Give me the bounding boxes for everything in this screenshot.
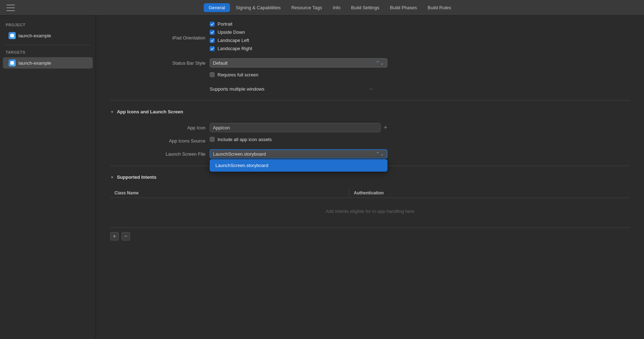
app-icon-plus-button[interactable]: + bbox=[383, 124, 387, 131]
launch-screen-label: Launch Screen File bbox=[110, 151, 210, 157]
app-icons-source-control: Include all app icon assets bbox=[210, 137, 387, 145]
app-icons-section-title: App Icons and Launch Screen bbox=[117, 109, 183, 114]
main-layout: PROJECT launch-example TARGETS launch-ex… bbox=[0, 16, 644, 339]
landscape-right-label: Landscape Right bbox=[218, 46, 252, 51]
include-all-label: Include all app icon assets bbox=[218, 137, 272, 142]
col-authentication-header: Authentication bbox=[349, 188, 630, 198]
landscape-left-label: Landscape Left bbox=[218, 38, 249, 43]
status-bar-value: Default bbox=[213, 60, 227, 66]
ipad-orientation-controls: Portrait Upside Down Landscape Left bbox=[210, 21, 387, 54]
launch-screen-dropdown-overlay: LaunchScreen.storyboard bbox=[210, 158, 387, 172]
landscape-right-row: Landscape Right bbox=[210, 46, 387, 51]
sidebar: PROJECT launch-example TARGETS launch-ex… bbox=[0, 16, 96, 339]
tab-build-settings[interactable]: Build Settings bbox=[346, 3, 385, 12]
launch-screen-select[interactable]: LaunchScreen.storyboard ⌃⌄ bbox=[210, 149, 387, 158]
app-icon-row: App Icon + bbox=[110, 123, 630, 132]
tab-info[interactable]: Info bbox=[328, 3, 345, 12]
target-icon bbox=[9, 59, 16, 66]
landscape-right-checkbox[interactable] bbox=[210, 46, 215, 51]
portrait-label: Portrait bbox=[218, 21, 232, 27]
table-row-empty: Add intents eligible for in-app handling… bbox=[110, 198, 630, 225]
requires-full-screen-control: Requires full screen bbox=[210, 72, 387, 80]
app-icons-section: ▼ App Icons and Launch Screen App Icon +… bbox=[110, 109, 630, 158]
portrait-checkbox[interactable] bbox=[210, 22, 215, 27]
launch-screen-dropdown-item[interactable]: LaunchScreen.storyboard bbox=[210, 161, 387, 170]
supported-intents-header: ▼ Supported Intents bbox=[110, 174, 630, 183]
tab-general[interactable]: General bbox=[204, 3, 230, 12]
app-icons-section-header: ▼ App Icons and Launch Screen bbox=[110, 109, 630, 117]
sidebar-toggle-area bbox=[3, 5, 18, 11]
project-item-label: launch-example bbox=[18, 33, 51, 38]
sidebar-divider bbox=[6, 45, 90, 45]
supports-multiple-windows-arrow-icon: → bbox=[368, 86, 373, 92]
status-bar-arrow-icon: ⌃⌄ bbox=[376, 60, 384, 66]
app-icon-control: + bbox=[210, 123, 387, 132]
landscape-left-checkbox[interactable] bbox=[210, 38, 215, 43]
project-section-title: PROJECT bbox=[0, 21, 96, 30]
remove-intent-button[interactable]: − bbox=[122, 232, 130, 241]
svg-rect-1 bbox=[10, 61, 14, 65]
supports-multiple-windows-text: Supports multiple windows bbox=[210, 86, 264, 92]
tabs-container: General Signing & Capabilities Resource … bbox=[18, 3, 641, 12]
upside-down-label: Upside Down bbox=[218, 29, 245, 35]
portrait-row: Portrait bbox=[210, 21, 387, 27]
supported-intents-title: Supported Intents bbox=[117, 174, 156, 180]
app-icon-input-group: + bbox=[210, 123, 387, 132]
requires-full-screen-row: Requires full screen bbox=[110, 72, 630, 80]
app-icons-source-label: App Icons Source bbox=[110, 138, 210, 144]
requires-full-screen-text: Requires full screen bbox=[218, 72, 258, 77]
requires-full-screen-checkbox-row: Requires full screen bbox=[210, 72, 387, 77]
status-bar-control: Default ⌃⌄ bbox=[210, 58, 387, 68]
supports-multiple-windows-row: Supports multiple windows → bbox=[110, 85, 630, 93]
launch-screen-row: Launch Screen File LaunchScreen.storyboa… bbox=[110, 149, 630, 158]
tab-resource-tags[interactable]: Resource Tags bbox=[286, 3, 327, 12]
status-bar-row: Status Bar Style Default ⌃⌄ bbox=[110, 58, 630, 68]
empty-hint-text: Add intents eligible for in-app handling… bbox=[114, 200, 626, 222]
requires-full-screen-checkbox[interactable] bbox=[210, 72, 215, 77]
upside-down-row: Upside Down bbox=[210, 29, 387, 35]
app-icons-source-row: App Icons Source Include all app icon as… bbox=[110, 136, 630, 145]
supported-intents-section: ▼ Supported Intents Class Name Authentic… bbox=[110, 174, 630, 241]
tab-bar: General Signing & Capabilities Resource … bbox=[0, 0, 644, 16]
tab-build-phases[interactable]: Build Phases bbox=[385, 3, 422, 12]
svg-rect-0 bbox=[10, 34, 14, 37]
supported-intents-chevron-icon[interactable]: ▼ bbox=[110, 175, 114, 179]
col-class-name-header: Class Name bbox=[110, 188, 349, 198]
sidebar-toggle-button[interactable] bbox=[6, 5, 15, 11]
launch-screen-arrow-icon: ⌃⌄ bbox=[376, 151, 384, 157]
bottom-buttons: + − bbox=[110, 227, 630, 241]
content-area: iPad Orientation Portrait Upside Down bbox=[96, 16, 644, 339]
ipad-section: iPad Orientation Portrait Upside Down bbox=[110, 16, 630, 93]
app-icons-chevron-icon[interactable]: ▼ bbox=[110, 110, 114, 114]
landscape-left-row: Landscape Left bbox=[210, 38, 387, 43]
app-icon-label: App Icon bbox=[110, 125, 210, 130]
intents-table: Class Name Authentication Add intents el… bbox=[110, 188, 630, 225]
status-bar-select[interactable]: Default ⌃⌄ bbox=[210, 58, 387, 68]
launch-screen-value: LaunchScreen.storyboard bbox=[213, 151, 266, 157]
sidebar-item-project[interactable]: launch-example bbox=[3, 30, 93, 41]
add-intent-button[interactable]: + bbox=[110, 232, 119, 241]
tab-signing[interactable]: Signing & Capabilities bbox=[231, 3, 285, 12]
target-item-label: launch-example bbox=[18, 60, 51, 66]
upside-down-checkbox[interactable] bbox=[210, 30, 215, 35]
include-all-checkbox[interactable] bbox=[210, 137, 215, 142]
project-icon bbox=[9, 32, 16, 39]
app-icon-input[interactable] bbox=[210, 123, 381, 132]
launch-screen-control: LaunchScreen.storyboard ⌃⌄ LaunchScreen.… bbox=[210, 149, 387, 158]
ipad-orientation-row: iPad Orientation Portrait Upside Down bbox=[110, 21, 630, 54]
supports-multiple-windows-control: Supports multiple windows → bbox=[210, 86, 387, 92]
include-all-checkbox-row: Include all app icon assets bbox=[210, 137, 387, 142]
tab-build-rules[interactable]: Build Rules bbox=[423, 3, 456, 12]
launch-screen-dropdown-popup: LaunchScreen.storyboard bbox=[210, 159, 387, 172]
sidebar-item-target[interactable]: launch-example bbox=[3, 57, 93, 69]
status-bar-label: Status Bar Style bbox=[110, 60, 210, 66]
ipad-orientation-label: iPad Orientation bbox=[110, 35, 210, 41]
section-divider-1 bbox=[110, 100, 630, 101]
targets-section-title: TARGETS bbox=[0, 49, 96, 57]
